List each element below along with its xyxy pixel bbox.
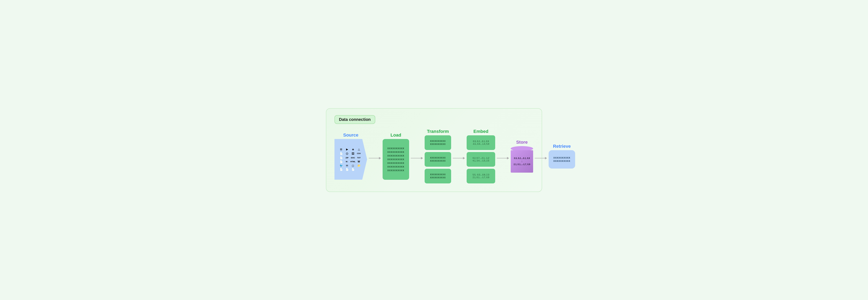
arrow-transform-embed <box>451 156 467 161</box>
load-row-1: XXXXXXXXXX <box>387 147 404 149</box>
retrieve-row-2: XXXXXXXXXX <box>553 160 570 162</box>
icon-empty <box>356 168 362 171</box>
embed-column: Embed 0.5, 0.2....0.1, 0.9 -0.1, 0.4....… <box>467 129 495 184</box>
embed-blocks: 0.5, 0.2....0.1, 0.9 -0.1, 0.4....1.4, 5… <box>467 135 495 184</box>
load-block: XXXXXXXXXX XXXXXXXXXX XXXXXXXXXX XXXXXXX… <box>382 139 409 180</box>
embed-label: Embed <box>473 129 488 134</box>
store-row-1: 0.5, 0.2....0.1, 0.9 <box>514 157 530 159</box>
svg-marker-3 <box>421 157 423 159</box>
transform-2-row-2: XXXXXXXXXX <box>430 160 446 162</box>
store-row-3: 2.1, 0.1....-1.7, 0.9 <box>514 163 530 166</box>
load-column: Load XXXXXXXXXX XXXXXXXXXX XXXXXXXXXX XX… <box>382 132 409 180</box>
embed-block-1: 0.5, 0.2....0.1, 0.9 -0.1, 0.4....1.4, 5… <box>467 135 495 150</box>
icon-html: HTML <box>350 160 355 163</box>
icon-doc4: 📄 <box>339 160 344 163</box>
icon-twitter: 🐦 <box>339 164 344 167</box>
transform-label: Transform <box>427 129 449 134</box>
load-row-5: XXXXXXXXXX <box>387 162 404 164</box>
icon-github: ⊙ <box>344 152 349 156</box>
icon-zip: ZIP <box>344 156 349 159</box>
embed-3-row-1: 5.5, -0.3....0.8, 2.3 <box>472 174 489 176</box>
icon-discord: ◈ <box>350 148 355 151</box>
icon-doc2: 📄 <box>339 156 344 159</box>
transform-block-2: XXXXXXXXXX XXXXXXXXXX <box>425 152 451 167</box>
pipeline: Source ⊞ ▶ ◈ △ 📄 ⊙ 🖼 CSV 📄 ZIP DOC <box>335 129 533 184</box>
icon-folder: 📁 <box>356 164 362 167</box>
icon-email: ✉ <box>344 164 349 167</box>
icon-video: ▶ <box>344 148 349 151</box>
retrieve-block: XXXXXXXXXX XXXXXXXXXX <box>549 150 575 169</box>
transform-3-row-1: XXXXXXXXXX <box>430 173 446 176</box>
transform-block-1: XXXXXXXXXX XXXXXXXXXX <box>425 135 451 150</box>
retrieve-label: Retrieve <box>553 144 571 149</box>
icon-csv: CSV <box>356 152 362 156</box>
transform-1-row-2: XXXXXXXXXX <box>430 143 446 145</box>
arrow-source-load <box>367 156 382 161</box>
retrieve-column: Retrieve XXXXXXXXXX XXXXXXXXXX <box>549 144 575 169</box>
diagram-title: Data connection <box>339 117 371 122</box>
title-badge: Data connection <box>335 115 375 124</box>
embed-2-row-2: 4.1, 3.4....-1.5, 2.5 <box>472 160 489 162</box>
load-row-3: XXXXXXXXXX <box>387 155 404 157</box>
icon-doc6: 📄 <box>344 168 349 171</box>
diagram-container: Data connection Source ⊞ ▶ ◈ △ 📄 ⊙ 🖼 CSV <box>326 108 542 192</box>
retrieve-row-1: XXXXXXXXXX <box>553 157 570 159</box>
transform-column: Transform XXXXXXXXXX XXXXXXXXXX XXXXXXXX… <box>425 129 451 184</box>
svg-marker-9 <box>545 157 547 159</box>
source-label: Source <box>343 132 359 138</box>
icon-image: 🖼 <box>350 152 355 156</box>
transform-blocks: XXXXXXXXXX XXXXXXXXXX XXXXXXXXXX XXXXXXX… <box>425 135 451 184</box>
arrow-store-retrieve <box>533 156 549 161</box>
icon-txt: TXT <box>356 156 362 159</box>
source-icons: ⊞ ▶ ◈ △ 📄 ⊙ 🖼 CSV 📄 ZIP DOC TXT 📄 <box>339 148 362 171</box>
transform-1-row-1: XXXXXXXXXX <box>430 140 446 142</box>
cylinder: 0.5, 0.2....0.1, 0.9 : 2.1, 0.1....-1.7,… <box>511 146 533 173</box>
embed-block-2: 0.2, 0.7....2.1, -1.2 4.1, 3.4....-1.5, … <box>467 152 495 167</box>
icon-notion: ◻ <box>350 164 355 167</box>
icon-grid: ⊞ <box>339 148 344 151</box>
icon-doc1: 📄 <box>339 152 344 156</box>
transform-2-row-1: XXXXXXXXXX <box>430 157 446 159</box>
embed-2-row-1: 0.2, 0.7....2.1, -1.2 <box>472 157 489 159</box>
icon-md: M↓ <box>344 160 349 163</box>
load-row-6: XXXXXXXXXX <box>387 166 404 168</box>
transform-3-row-2: XXXXXXXXXX <box>430 176 446 179</box>
source-column: Source ⊞ ▶ ◈ △ 📄 ⊙ 🖼 CSV 📄 ZIP DOC <box>335 132 367 180</box>
transform-block-3: XXXXXXXXXX XXXXXXXXXX <box>425 169 451 184</box>
embed-block-3: 5.5, -0.3....0.8, 2.3 2.1, 0.1....-1.7, … <box>467 169 495 184</box>
embed-1-row-1: 0.5, 0.2....0.1, 0.9 <box>473 140 489 142</box>
icon-doc5: 📄 <box>339 168 344 171</box>
store-label: Store <box>516 140 528 145</box>
icon-triangle: △ <box>356 148 362 151</box>
load-row-2: XXXXXXXXXX <box>387 151 404 153</box>
svg-marker-5 <box>463 157 465 159</box>
svg-marker-7 <box>507 157 509 159</box>
arrow-embed-store <box>495 156 511 161</box>
store-column: Store 0.5, 0.2....0.1, 0.9 : 2.1, 0.1...… <box>511 140 533 173</box>
embed-1-row-2: -0.1, 0.4....1.4, 5.9 <box>472 143 489 145</box>
cylinder-body: 0.5, 0.2....0.1, 0.9 : 2.1, 0.1....-1.7,… <box>511 150 533 173</box>
icon-wiki: W <box>356 160 362 163</box>
embed-3-row-2: 2.1, 0.1....-1.7, 0.9 <box>472 176 489 178</box>
icon-doc3: DOC <box>350 156 355 159</box>
load-row-4: XXXXXXXXXX <box>387 158 404 161</box>
store-shape: 0.5, 0.2....0.1, 0.9 : 2.1, 0.1....-1.7,… <box>511 146 533 173</box>
icon-doc7: 📄 <box>350 168 355 171</box>
svg-marker-1 <box>379 157 381 159</box>
store-row-2: : <box>522 160 522 162</box>
load-label: Load <box>391 132 401 138</box>
source-shape: ⊞ ▶ ◈ △ 📄 ⊙ 🖼 CSV 📄 ZIP DOC TXT 📄 <box>335 139 367 180</box>
load-row-7: XXXXXXXXXX <box>387 169 404 172</box>
arrow-load-transform <box>409 156 425 161</box>
